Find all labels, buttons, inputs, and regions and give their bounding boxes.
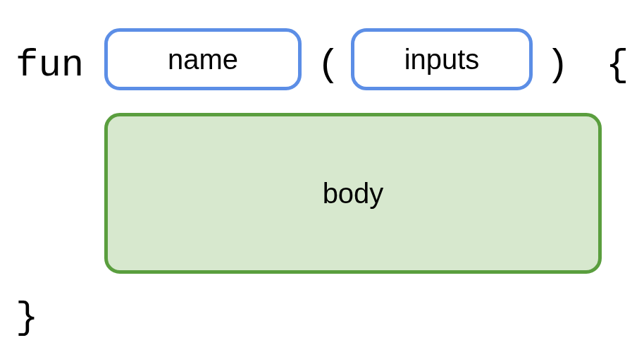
body-placeholder-label: body [323, 178, 384, 210]
inputs-placeholder-box: inputs [351, 28, 533, 90]
body-placeholder-box: body [104, 113, 602, 274]
open-paren: ( [317, 44, 340, 87]
name-placeholder-label: name [168, 44, 238, 75]
name-placeholder-box: name [104, 28, 302, 90]
function-syntax-diagram: fun name ( inputs ) { body } [0, 0, 644, 357]
fun-keyword: fun [16, 44, 84, 87]
close-paren: ) [546, 44, 569, 87]
open-brace: { [606, 44, 628, 87]
inputs-placeholder-label: inputs [404, 44, 480, 75]
close-brace: } [16, 296, 38, 339]
